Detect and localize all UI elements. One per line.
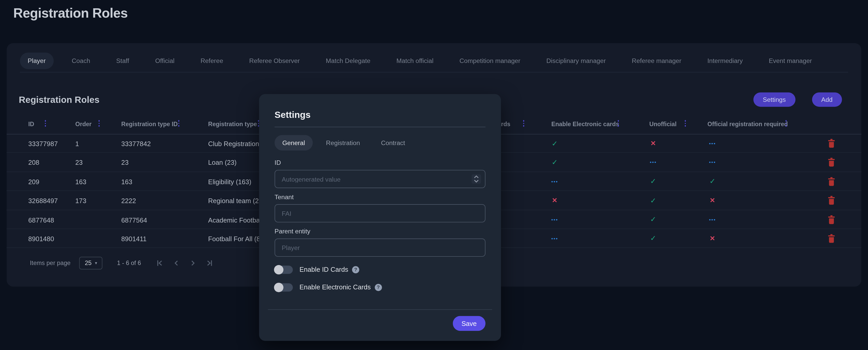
trash-icon xyxy=(828,158,835,167)
last-page-button[interactable] xyxy=(204,257,215,268)
cell-official-registration-required-cross-icon: ✕ xyxy=(706,191,719,210)
chevron-left-icon xyxy=(173,259,180,266)
column-header-registration-type: Registration type xyxy=(208,121,257,127)
delete-row-button[interactable] xyxy=(827,234,836,244)
page-size-select[interactable]: 25 ▾ xyxy=(79,256,103,269)
enable-id-cards-toggle[interactable] xyxy=(275,265,292,274)
cell-official-registration-required-check-icon: ✓ xyxy=(706,172,719,191)
cell-enable-electronic-cards-dots-icon: ••• xyxy=(548,210,561,229)
cell-registration-type-id: 163 xyxy=(121,178,132,186)
cell-registration-type: Regional team (222 xyxy=(208,197,266,205)
delete-row-button[interactable] xyxy=(827,215,836,225)
parent-entity-field-group: Parent entity xyxy=(275,228,486,257)
page-title: Registration Roles xyxy=(13,5,127,21)
cell-registration-type-id: 6877564 xyxy=(121,216,147,224)
delete-row-button[interactable] xyxy=(827,139,836,149)
tab-event-manager[interactable]: Event manager xyxy=(761,53,819,69)
column-menu-icon[interactable] xyxy=(42,119,48,128)
first-page-button[interactable] xyxy=(154,257,165,268)
delete-row-button[interactable] xyxy=(827,177,836,187)
tab-referee[interactable]: Referee xyxy=(193,53,231,69)
registration-roles-page: Registration Roles PlayerCoachStaffOffic… xyxy=(0,0,868,350)
cell-id: 33377987 xyxy=(28,140,58,148)
tab-staff[interactable]: Staff xyxy=(108,53,137,69)
cell-registration-type-id: 33377842 xyxy=(121,140,151,148)
column-header-unofficial: Unofficial xyxy=(649,121,677,127)
cell-enable-electronic-cards-dots-icon: ••• xyxy=(548,172,561,191)
cell-order: 23 xyxy=(75,159,83,167)
settings-button[interactable]: Settings xyxy=(753,93,795,107)
tab-official[interactable]: Official xyxy=(148,53,182,69)
tab-player[interactable]: Player xyxy=(20,53,53,69)
modal-bottom-divider xyxy=(268,309,492,310)
help-icon[interactable]: ? xyxy=(352,266,359,273)
add-button[interactable]: Add xyxy=(812,93,842,107)
cell-registration-type-id: 2222 xyxy=(121,197,136,205)
cell-enable-electronic-cards-dots-icon: ••• xyxy=(548,229,561,248)
column-header-registration-type-id: Registration type ID xyxy=(121,121,178,127)
id-field-group: ID xyxy=(275,159,486,188)
settings-modal: Settings GeneralRegistrationContract ID … xyxy=(259,94,501,341)
modal-tab-registration[interactable]: Registration xyxy=(318,135,368,151)
cell-id: 209 xyxy=(28,178,39,186)
tab-referee-observer[interactable]: Referee Observer xyxy=(242,53,308,69)
tab-match-official[interactable]: Match official xyxy=(389,53,441,69)
cell-unofficial-check-icon: ✓ xyxy=(647,191,660,210)
tab-referee-manager[interactable]: Referee manager xyxy=(624,53,689,69)
cell-registration-type: Academic Football ( xyxy=(208,216,267,224)
cell-order: 173 xyxy=(75,197,86,205)
delete-row-button[interactable] xyxy=(827,158,836,168)
next-page-button[interactable] xyxy=(188,257,199,268)
modal-tab-general[interactable]: General xyxy=(275,135,313,151)
enable-electronic-cards-toggle[interactable] xyxy=(275,283,292,291)
tab-competition-manager[interactable]: Competition manager xyxy=(452,53,528,69)
column-menu-icon[interactable] xyxy=(96,119,102,128)
modal-title-divider xyxy=(275,127,486,127)
parent-entity-field[interactable] xyxy=(275,238,486,257)
previous-page-button[interactable] xyxy=(171,257,182,268)
delete-row-button[interactable] xyxy=(827,196,836,206)
cell-registration-type-id: 8901411 xyxy=(121,235,147,243)
trash-icon xyxy=(828,177,835,186)
column-header-id: ID xyxy=(28,121,34,127)
cell-unofficial-check-icon: ✓ xyxy=(647,210,660,229)
cell-registration-type: Football For All (890 xyxy=(208,235,268,243)
modal-title: Settings xyxy=(275,109,310,120)
parent-entity-field-label: Parent entity xyxy=(275,228,486,235)
cell-enable-electronic-cards-check-icon: ✓ xyxy=(548,153,561,172)
save-button[interactable]: Save xyxy=(453,316,486,331)
column-menu-icon[interactable] xyxy=(176,119,181,128)
trash-icon xyxy=(828,196,835,205)
page-size-value: 25 xyxy=(85,260,92,266)
number-stepper[interactable] xyxy=(472,174,481,184)
tab-coach[interactable]: Coach xyxy=(64,53,98,69)
help-icon[interactable]: ? xyxy=(374,284,382,291)
trash-icon xyxy=(828,234,835,243)
cell-enable-electronic-cards-cross-icon: ✕ xyxy=(548,191,561,210)
cell-unofficial-cross-icon: ✕ xyxy=(647,134,660,153)
cell-order: 163 xyxy=(75,178,86,186)
id-field[interactable] xyxy=(275,170,486,188)
modal-tabs: GeneralRegistrationContract xyxy=(275,135,418,151)
column-header-enable-electronic-cards: Enable Electronic cards xyxy=(551,121,619,127)
cell-id: 208 xyxy=(28,159,39,167)
chevron-down-icon xyxy=(474,179,479,183)
cell-unofficial-check-icon: ✓ xyxy=(647,229,660,248)
cell-official-registration-required-cross-icon: ✕ xyxy=(706,229,719,248)
tenant-field-group: Tenant xyxy=(275,194,486,223)
chevron-down-icon: ▾ xyxy=(95,260,97,265)
column-menu-icon[interactable] xyxy=(682,119,688,128)
pagination-range: 1 - 6 of 6 xyxy=(117,260,141,266)
cell-unofficial-check-icon: ✓ xyxy=(647,172,660,191)
modal-tab-contract[interactable]: Contract xyxy=(373,135,413,151)
column-menu-icon[interactable] xyxy=(783,119,789,128)
tab-intermediary[interactable]: Intermediary xyxy=(700,53,750,69)
column-menu-icon[interactable] xyxy=(521,119,526,128)
column-menu-icon[interactable] xyxy=(616,119,621,128)
tenant-field[interactable] xyxy=(275,204,486,222)
cell-unofficial-dots-icon: ••• xyxy=(647,153,660,172)
tab-match-delegate[interactable]: Match Delegate xyxy=(318,53,378,69)
tab-disciplinary-manager[interactable]: Disciplinary manager xyxy=(538,53,614,69)
first-page-icon xyxy=(156,259,163,266)
trash-icon xyxy=(828,215,835,224)
